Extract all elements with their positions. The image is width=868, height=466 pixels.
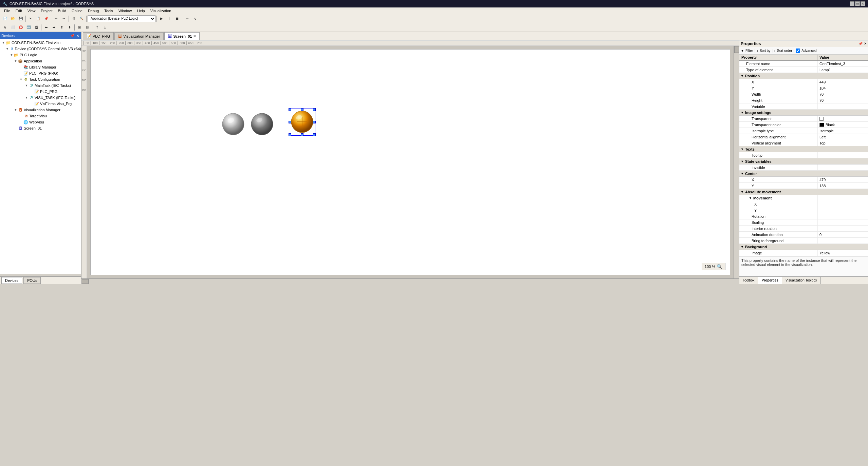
tab-devices[interactable]: Devices: [1, 277, 22, 284]
advanced-checkbox[interactable]: [796, 48, 800, 53]
menu-debug[interactable]: Debug: [85, 8, 101, 14]
toolbar-visu-5[interactable]: 🖼: [33, 24, 40, 31]
toolbar-stop[interactable]: ⏹: [173, 15, 181, 22]
left-panel-resize[interactable]: [0, 274, 81, 276]
tree-item-plcprg[interactable]: 📝 PLC_PRG (PRG): [0, 70, 81, 76]
menu-view[interactable]: View: [25, 8, 38, 14]
toolbar-step-in[interactable]: ↘: [191, 15, 199, 22]
value-anim-duration[interactable]: 0: [817, 232, 868, 237]
hscroll[interactable]: [81, 278, 739, 284]
toolbar-align-t[interactable]: ⬆: [58, 24, 66, 31]
section-background[interactable]: ▼ Background: [739, 244, 868, 250]
lamp-element-2[interactable]: [250, 112, 274, 137]
handle-bl[interactable]: [289, 133, 291, 136]
value-x[interactable]: 449: [817, 79, 868, 85]
app-selector[interactable]: Application [Device: PLC Logic]: [88, 15, 155, 22]
toolbar-pause[interactable]: ⏸: [166, 15, 173, 22]
value-element-name[interactable]: GenElemInst_3: [817, 61, 868, 66]
lamp-element-3-selected[interactable]: [290, 110, 314, 134]
value-center-x[interactable]: 479: [817, 177, 868, 182]
window-controls[interactable]: ─ ▭ ✕: [850, 1, 865, 6]
value-movement[interactable]: [817, 195, 868, 201]
panel-pin[interactable]: 📌: [70, 34, 75, 38]
handle-tl[interactable]: [289, 108, 291, 111]
value-tooltip[interactable]: [817, 152, 868, 158]
menu-edit[interactable]: Edit: [13, 8, 25, 14]
section-center[interactable]: ▼ Center: [739, 171, 868, 177]
section-texts[interactable]: ▼ Texts: [739, 146, 868, 152]
section-state-vars[interactable]: ▼ State variables: [739, 158, 868, 164]
toolbar-online[interactable]: ▶: [158, 15, 165, 22]
sort-order-label[interactable]: Sort order: [777, 49, 792, 53]
toolbar-back[interactable]: ⤓: [101, 24, 109, 31]
tree-item-application[interactable]: ▼ 📦 Application: [0, 58, 81, 64]
toolbar-clean[interactable]: 🔨: [78, 15, 85, 22]
tab-plcprg[interactable]: 📝 PLC_PRG: [83, 32, 114, 40]
value-invisible[interactable]: [817, 164, 868, 170]
menu-online[interactable]: Online: [69, 8, 85, 14]
value-transparent[interactable]: [817, 116, 868, 121]
toolbar-new[interactable]: 📄: [1, 15, 9, 22]
tree-item-targetvisu[interactable]: 🖥 TargetVisu: [0, 113, 81, 119]
section-image-settings[interactable]: ▼ Image settings: [739, 110, 868, 116]
toolbar-paste[interactable]: 📌: [42, 15, 50, 22]
transparent-checkbox[interactable]: [819, 117, 824, 121]
section-abs-movement[interactable]: ▼ Absolute movement: [739, 189, 868, 195]
value-movement-y[interactable]: [817, 207, 868, 213]
value-halign[interactable]: Left: [817, 134, 868, 140]
value-bg-image[interactable]: Yellow: [817, 250, 868, 256]
tree-item-webvisu[interactable]: 🌐 WebVisu: [0, 119, 81, 125]
canvas-workspace[interactable]: 100 % 🔍: [87, 46, 734, 278]
filter-label[interactable]: Filter: [745, 49, 753, 53]
tree-item-plclogic[interactable]: ▼ 📂 PLC Logic: [0, 52, 81, 58]
menu-build[interactable]: Build: [55, 8, 69, 14]
value-isotropic[interactable]: Isotropic: [817, 128, 868, 134]
tab-screen01-close[interactable]: ✕: [193, 34, 196, 38]
menu-window[interactable]: Window: [116, 8, 134, 14]
toolbar-group[interactable]: ⊞: [76, 24, 83, 31]
handle-bm[interactable]: [301, 133, 303, 136]
menu-tools[interactable]: Tools: [101, 8, 116, 14]
value-height[interactable]: 70: [817, 97, 868, 103]
value-center-y[interactable]: 138: [817, 183, 868, 189]
close-button[interactable]: ✕: [861, 1, 865, 6]
toolbar-align-r[interactable]: ➡: [50, 24, 58, 31]
value-y[interactable]: 104: [817, 85, 868, 91]
minimize-button[interactable]: ─: [850, 1, 854, 6]
toolbar-visu-2[interactable]: ⬜: [9, 24, 17, 31]
tab-vismgr[interactable]: 🖼 Visualization Manager: [114, 32, 164, 40]
value-type[interactable]: Lamp1: [817, 67, 868, 73]
tree-item-librarymanager[interactable]: 📚 Library Manager: [0, 64, 81, 70]
handle-tr[interactable]: [313, 108, 316, 111]
tree-item-visutask[interactable]: ▼ ⏱ VISU_TASK (IEC-Tasks): [0, 95, 81, 101]
tree-item-plcprg2[interactable]: 📝 PLC_PRG: [0, 89, 81, 95]
tree-item-maintask[interactable]: ▼ ⏱ MainTask (IEC-Tasks): [0, 82, 81, 89]
sort-by-label[interactable]: Sort by: [760, 49, 771, 53]
toolbar-redo[interactable]: ↪: [60, 15, 68, 22]
toolbar-align-l[interactable]: ⬅: [42, 24, 50, 31]
tree-item-screen01[interactable]: 🖼 Screen_01: [0, 125, 81, 131]
value-valign[interactable]: Top: [817, 140, 868, 146]
handle-ml[interactable]: [289, 121, 291, 123]
handle-br[interactable]: [313, 133, 316, 136]
vscroll[interactable]: [734, 46, 739, 278]
panel-close[interactable]: ✕: [76, 34, 80, 38]
toolbar-build[interactable]: ⚙: [70, 15, 77, 22]
tree-item-device[interactable]: ▼ 🖥 Device (CODESYS Control Win V3 x64): [0, 46, 81, 52]
value-rotation[interactable]: [817, 213, 868, 219]
handle-mr[interactable]: [313, 121, 316, 123]
hscroll-thumb[interactable]: [82, 279, 89, 284]
toolbar-cut[interactable]: ✂: [27, 15, 34, 22]
handle-tm[interactable]: [301, 108, 303, 111]
tree-item-taskconfig[interactable]: ▼ ⚙ Task Configuration: [0, 76, 81, 82]
toolbar-save[interactable]: 💾: [17, 15, 24, 22]
toolbar-open[interactable]: 📂: [9, 15, 17, 22]
right-tab-properties[interactable]: Properties: [758, 277, 782, 284]
lamp-element-1[interactable]: [221, 112, 245, 137]
value-scaling[interactable]: [817, 219, 868, 225]
canvas-surface[interactable]: [90, 49, 730, 275]
section-position[interactable]: ▼ Position: [739, 73, 868, 79]
toolbar-visu-1[interactable]: 🖱: [1, 24, 9, 31]
toolbar-visu-4[interactable]: 🔤: [25, 24, 32, 31]
tree-item-visuprg[interactable]: 📝 VisElems.Visu_Prg: [0, 101, 81, 107]
